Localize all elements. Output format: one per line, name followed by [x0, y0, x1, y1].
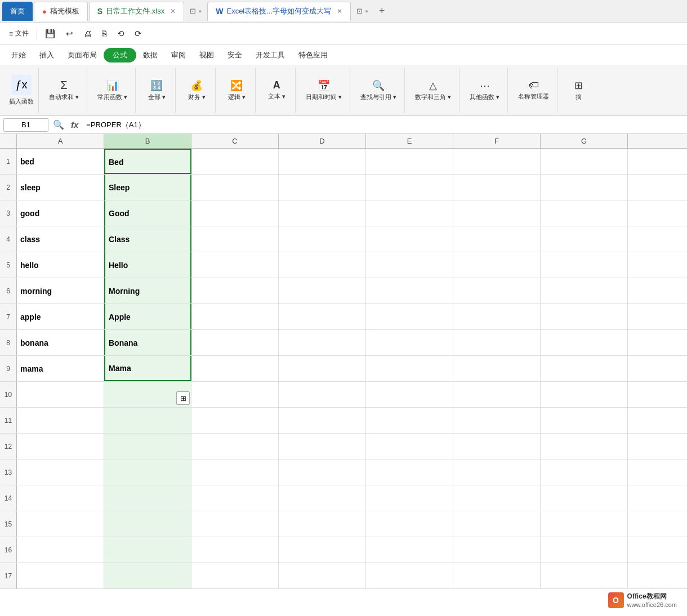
- cell-b11[interactable]: [104, 408, 191, 433]
- cell-a10[interactable]: [17, 382, 104, 407]
- word-minimize-icon[interactable]: ⊡: [356, 7, 363, 15]
- cell-f13[interactable]: [453, 459, 541, 485]
- cell-a15[interactable]: [17, 511, 104, 537]
- copy-button[interactable]: ⎘: [97, 26, 111, 41]
- col-header-g[interactable]: G: [541, 134, 628, 148]
- cell-c16[interactable]: [191, 537, 279, 563]
- tab-home[interactable]: 首页: [2, 2, 33, 21]
- cell-a4[interactable]: class: [17, 226, 104, 252]
- cell-g1[interactable]: [541, 149, 628, 174]
- cell-a3[interactable]: good: [17, 200, 104, 226]
- cell-g4[interactable]: [541, 226, 628, 252]
- cell-g14[interactable]: [541, 485, 628, 511]
- cell-e16[interactable]: [366, 537, 453, 563]
- cell-e1[interactable]: [366, 149, 453, 174]
- cell-g15[interactable]: [541, 511, 628, 537]
- cell-a1[interactable]: bed: [17, 149, 104, 174]
- cell-reference-input[interactable]: [3, 118, 48, 132]
- cell-d4[interactable]: [279, 226, 366, 252]
- cell-e12[interactable]: [366, 434, 453, 459]
- cell-g13[interactable]: [541, 459, 628, 485]
- col-header-e[interactable]: E: [366, 134, 453, 148]
- cell-b16[interactable]: [104, 537, 191, 563]
- cell-d6[interactable]: [279, 278, 366, 303]
- cell-d9[interactable]: [279, 356, 366, 381]
- cell-b4[interactable]: Class: [104, 226, 191, 252]
- menu-formula[interactable]: 公式: [104, 48, 136, 63]
- cell-c2[interactable]: [191, 175, 279, 200]
- name-mgr-button[interactable]: 🏷 名称管理器: [515, 78, 552, 102]
- cell-d13[interactable]: [279, 459, 366, 485]
- cell-a13[interactable]: [17, 459, 104, 485]
- cell-e2[interactable]: [366, 175, 453, 200]
- cell-e13[interactable]: [366, 459, 453, 485]
- common-func-button[interactable]: 📊 常用函数 ▾: [94, 78, 131, 102]
- cell-b7[interactable]: Apple: [104, 304, 191, 329]
- col-header-f[interactable]: F: [453, 134, 541, 148]
- cell-c1[interactable]: [191, 149, 279, 174]
- cell-e4[interactable]: [366, 226, 453, 252]
- cell-e11[interactable]: [366, 408, 453, 433]
- cell-f9[interactable]: [453, 356, 541, 381]
- cell-c10[interactable]: [191, 382, 279, 407]
- cell-b9[interactable]: Mama: [104, 356, 191, 381]
- cell-c11[interactable]: [191, 408, 279, 433]
- cell-f11[interactable]: [453, 408, 541, 433]
- cell-c15[interactable]: [191, 511, 279, 537]
- tab-word-file[interactable]: W Excel表格技...字母如何变成大写 ✕: [207, 2, 351, 21]
- cell-g2[interactable]: [541, 175, 628, 200]
- cell-c14[interactable]: [191, 485, 279, 511]
- cell-e6[interactable]: [366, 278, 453, 303]
- cell-d5[interactable]: [279, 252, 366, 278]
- cell-d11[interactable]: [279, 408, 366, 433]
- cell-g11[interactable]: [541, 408, 628, 433]
- paste-options-button[interactable]: ⊞: [176, 391, 190, 405]
- cell-c17[interactable]: [191, 563, 279, 588]
- cell-a14[interactable]: [17, 485, 104, 511]
- undo2-button[interactable]: ⟲: [113, 26, 129, 41]
- save-button[interactable]: 💾: [41, 26, 60, 41]
- tab-template[interactable]: ● 稿壳模板: [34, 2, 88, 21]
- col-header-d[interactable]: D: [279, 134, 366, 148]
- cell-a9[interactable]: mama: [17, 356, 104, 381]
- cell-g9[interactable]: [541, 356, 628, 381]
- cell-b6[interactable]: Morning: [104, 278, 191, 303]
- menu-data[interactable]: 数据: [136, 47, 164, 64]
- cell-b3[interactable]: Good: [104, 200, 191, 226]
- col-header-c[interactable]: C: [191, 134, 279, 148]
- cell-f2[interactable]: [453, 175, 541, 200]
- cell-e3[interactable]: [366, 200, 453, 226]
- cell-e15[interactable]: [366, 511, 453, 537]
- cell-a5[interactable]: hello: [17, 252, 104, 278]
- cell-d10[interactable]: [279, 382, 366, 407]
- math-button[interactable]: △ 数字和三角 ▾: [412, 78, 454, 102]
- cell-e10[interactable]: [366, 382, 453, 407]
- cell-f4[interactable]: [453, 226, 541, 252]
- cell-d8[interactable]: [279, 330, 366, 355]
- menu-insert[interactable]: 插入: [33, 47, 61, 64]
- cell-g16[interactable]: [541, 537, 628, 563]
- auto-sum-button[interactable]: Σ 自动求和 ▾: [46, 78, 82, 102]
- cell-c7[interactable]: [191, 304, 279, 329]
- finance-button[interactable]: 💰 财务 ▾: [182, 78, 211, 102]
- cell-e5[interactable]: [366, 252, 453, 278]
- cell-d7[interactable]: [279, 304, 366, 329]
- cell-a12[interactable]: [17, 434, 104, 459]
- undo-button[interactable]: ↩: [61, 26, 78, 41]
- text-button[interactable]: A 文本 ▾: [262, 78, 291, 102]
- cell-b15[interactable]: [104, 511, 191, 537]
- cell-b12[interactable]: [104, 434, 191, 459]
- cell-c4[interactable]: [191, 226, 279, 252]
- cell-d17[interactable]: [279, 563, 366, 588]
- col-header-b[interactable]: B: [104, 134, 191, 148]
- other-func-button[interactable]: ⋯ 其他函数 ▾: [466, 78, 503, 102]
- cell-c3[interactable]: [191, 200, 279, 226]
- cell-d12[interactable]: [279, 434, 366, 459]
- cell-g17[interactable]: [541, 563, 628, 588]
- cell-b17[interactable]: [104, 563, 191, 588]
- cell-b1[interactable]: Bed: [104, 149, 191, 174]
- menu-special[interactable]: 特色应用: [292, 47, 334, 64]
- menu-security[interactable]: 安全: [221, 47, 249, 64]
- cell-a16[interactable]: [17, 537, 104, 563]
- cell-d3[interactable]: [279, 200, 366, 226]
